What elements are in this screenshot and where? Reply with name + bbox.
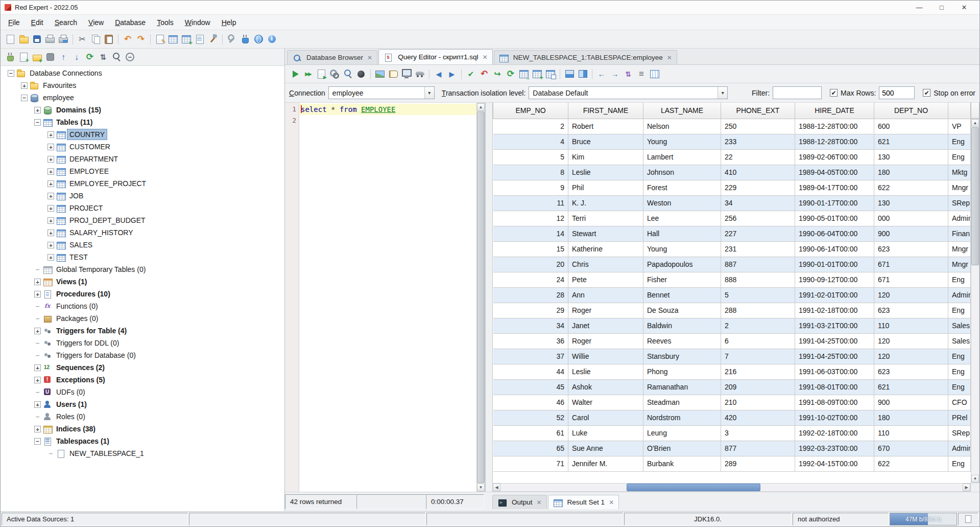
table-row[interactable]: 15KatherineYoung2311990-06-14T00:00623Mn… bbox=[493, 241, 971, 257]
column-header-emp-no[interactable]: EMP_NO bbox=[493, 103, 568, 119]
table-row[interactable]: 36RogerReeves61991-04-25T00:00120Sales bbox=[493, 333, 971, 349]
tree-toggle-icon[interactable]: − bbox=[34, 119, 41, 126]
cell-hire-date[interactable]: 1992-03-23T00:00 bbox=[795, 441, 874, 456]
cell-job-code[interactable]: Mktg bbox=[948, 165, 971, 180]
tree-item-packages-0[interactable]: –Packages (0) bbox=[1, 312, 284, 325]
tree-toggle-icon[interactable]: + bbox=[47, 217, 54, 224]
tree-toggle-icon[interactable]: + bbox=[47, 230, 54, 236]
tab-database-browser[interactable]: Database Browser bbox=[287, 50, 377, 64]
cell-hire-date[interactable]: 1991-08-09T00:00 bbox=[795, 395, 874, 410]
cell-first-name[interactable]: Walter bbox=[568, 395, 643, 410]
tab-close-icon[interactable] bbox=[609, 499, 614, 506]
undo-icon[interactable] bbox=[121, 33, 134, 45]
export-table-data-icon[interactable] bbox=[517, 67, 531, 80]
cell-phone-ext[interactable]: 256 bbox=[721, 211, 795, 226]
previous-statement-icon[interactable] bbox=[432, 67, 445, 80]
cell-first-name[interactable]: Leslie bbox=[568, 364, 643, 379]
column-header-last-name[interactable]: LAST_NAME bbox=[643, 103, 721, 119]
table-row[interactable]: 28AnnBennet51991-02-01T00:00120Admin bbox=[493, 287, 971, 303]
tree-item-domains-15[interactable]: +Domains (15) bbox=[1, 104, 284, 116]
paste-icon[interactable] bbox=[102, 33, 115, 45]
results-report-icon[interactable] bbox=[387, 67, 400, 80]
cell-emp-no[interactable]: 2 bbox=[493, 119, 568, 134]
table-row[interactable]: 45AshokRamanathan2091991-08-01T00:00621E… bbox=[493, 379, 971, 395]
cell-job-code[interactable]: Finan bbox=[948, 226, 971, 241]
cell-last-name[interactable]: O'Brien bbox=[643, 441, 721, 456]
menu-file[interactable]: File bbox=[3, 16, 26, 29]
cell-dept-no[interactable]: 623 bbox=[874, 303, 948, 318]
cell-phone-ext[interactable]: 229 bbox=[721, 180, 795, 195]
cell-last-name[interactable]: Nelson bbox=[643, 119, 721, 134]
tree-toggle-icon[interactable]: + bbox=[47, 131, 54, 138]
cell-emp-no[interactable]: 12 bbox=[493, 211, 568, 226]
collapse-all-icon[interactable] bbox=[123, 51, 136, 63]
create-erd-icon[interactable] bbox=[166, 33, 180, 45]
cell-dept-no[interactable]: 670 bbox=[874, 441, 948, 456]
table-row[interactable]: 2RobertNelson2501988-12-28T00:00600VP bbox=[493, 119, 971, 134]
cell-phone-ext[interactable]: 210 bbox=[721, 395, 795, 410]
cell-dept-no[interactable]: 110 bbox=[874, 425, 948, 441]
cell-hire-date[interactable]: 1992-04-15T00:00 bbox=[795, 456, 874, 471]
cell-emp-no[interactable]: 44 bbox=[493, 364, 568, 379]
cell-first-name[interactable]: Willie bbox=[568, 349, 643, 364]
tree-toggle-icon[interactable]: + bbox=[34, 426, 41, 432]
print-icon[interactable] bbox=[43, 33, 57, 45]
tree-toggle-icon[interactable]: + bbox=[34, 377, 41, 383]
cell-first-name[interactable]: Ashok bbox=[568, 379, 643, 395]
stop-on-error-checkbox[interactable] bbox=[923, 89, 930, 97]
sql-editor[interactable]: 12 select * from EMPLOYEE ▲ ▼ bbox=[285, 103, 486, 492]
cell-first-name[interactable]: Terri bbox=[568, 211, 643, 226]
cell-last-name[interactable]: Burbank bbox=[643, 456, 721, 471]
cell-hire-date[interactable]: 1990-01-17T00:00 bbox=[795, 195, 874, 211]
save-document-icon[interactable] bbox=[30, 33, 43, 45]
cell-dept-no[interactable]: 671 bbox=[874, 257, 948, 272]
cell-dept-no[interactable]: 671 bbox=[874, 272, 948, 287]
cell-last-name[interactable]: Stansbury bbox=[643, 349, 721, 364]
cell-job-code[interactable]: Sales bbox=[948, 333, 971, 349]
table-row[interactable]: 5KimLambert221989-02-06T00:00130Eng bbox=[493, 149, 971, 165]
column-header-dept-no[interactable]: DEPT_NO bbox=[874, 103, 948, 119]
cell-hire-date[interactable]: 1990-09-12T00:00 bbox=[795, 272, 874, 287]
cell-hire-date[interactable]: 1990-06-14T00:00 bbox=[795, 241, 874, 257]
cell-emp-no[interactable]: 71 bbox=[493, 456, 568, 471]
cell-dept-no[interactable]: 621 bbox=[874, 134, 948, 149]
disconnect-icon[interactable] bbox=[43, 51, 57, 63]
cell-last-name[interactable]: Hall bbox=[643, 226, 721, 241]
cell-last-name[interactable]: Ramanathan bbox=[643, 379, 721, 395]
cell-hire-date[interactable]: 1991-03-21T00:00 bbox=[795, 318, 874, 333]
cell-dept-no[interactable]: 130 bbox=[874, 149, 948, 165]
cell-last-name[interactable]: Phong bbox=[643, 364, 721, 379]
tab-close-icon[interactable] bbox=[667, 54, 672, 61]
table-row[interactable]: 20ChrisPapadopoulos8871990-01-01T00:0067… bbox=[493, 257, 971, 272]
table-row[interactable]: 29RogerDe Souza2881991-02-18T00:00623Eng bbox=[493, 303, 971, 318]
tree-toggle-icon[interactable]: + bbox=[34, 291, 41, 297]
tree-toggle-icon[interactable]: + bbox=[47, 168, 54, 175]
tree-item-roles-0[interactable]: –Roles (0) bbox=[1, 410, 284, 423]
toggle-layout-horizontal-icon[interactable] bbox=[563, 67, 576, 80]
statusbar-log-cell[interactable] bbox=[958, 513, 978, 525]
tree-item-salary-history[interactable]: +SALARY_HISTORY bbox=[1, 226, 284, 239]
cell-hire-date[interactable]: 1991-02-01T00:00 bbox=[795, 287, 874, 303]
cell-last-name[interactable]: Baldwin bbox=[643, 318, 721, 333]
tree-item-indices-38[interactable]: +Indices (38) bbox=[1, 423, 284, 435]
cell-phone-ext[interactable]: 227 bbox=[721, 226, 795, 241]
tab-result-set-1[interactable]: Result Set 1 bbox=[548, 495, 619, 509]
cell-first-name[interactable]: Stewart bbox=[568, 226, 643, 241]
cell-job-code[interactable]: Sales bbox=[948, 318, 971, 333]
tree-toggle-icon[interactable]: + bbox=[47, 156, 54, 163]
create-table-icon[interactable] bbox=[180, 33, 193, 45]
editor-vertical-scrollbar[interactable]: ▲ ▼ bbox=[476, 103, 485, 492]
tree-toggle-icon[interactable]: + bbox=[47, 193, 54, 199]
cell-hire-date[interactable]: 1991-06-03T00:00 bbox=[795, 364, 874, 379]
cell-first-name[interactable]: Phil bbox=[568, 180, 643, 195]
about-icon[interactable] bbox=[265, 33, 278, 45]
menu-window[interactable]: Window bbox=[179, 16, 216, 29]
cell-job-code[interactable]: Admin bbox=[948, 287, 971, 303]
cell-dept-no[interactable]: 120 bbox=[874, 349, 948, 364]
cell-dept-no[interactable]: 120 bbox=[874, 287, 948, 303]
cell-dept-no[interactable]: 000 bbox=[874, 211, 948, 226]
menu-edit[interactable]: Edit bbox=[26, 16, 49, 29]
cell-last-name[interactable]: Lambert bbox=[643, 149, 721, 165]
cell-hire-date[interactable]: 1992-02-18T00:00 bbox=[795, 425, 874, 441]
cell-emp-no[interactable]: 36 bbox=[493, 333, 568, 349]
